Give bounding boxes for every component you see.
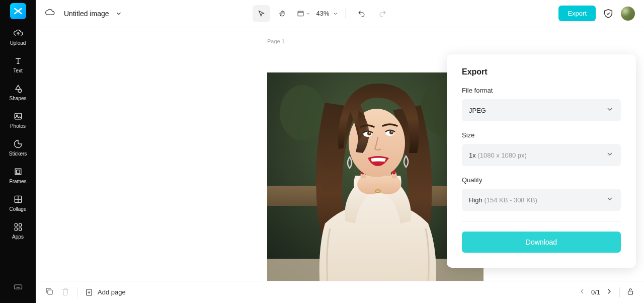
export-button[interactable]: Export [558,6,596,21]
photos-icon [13,111,23,121]
canvas-area[interactable]: Page 1 [36,27,644,281]
shield-icon[interactable] [603,8,614,19]
sidebar-item-shapes[interactable]: Shapes [0,79,36,106]
prev-page-button[interactable] [578,287,586,297]
svg-rect-9 [19,228,21,231]
add-page-label: Add page [98,288,126,296]
svg-rect-37 [628,291,633,294]
sidebar-item-apps[interactable]: Apps [0,217,36,245]
size-value: 1x (1080 x 1080 px) [469,152,527,159]
upload-icon [13,28,23,38]
sidebar-item-upload[interactable]: Upload [0,23,36,51]
svg-rect-6 [15,223,17,226]
add-page-icon [85,288,94,297]
user-avatar[interactable] [621,7,635,21]
file-format-label: File format [462,87,621,94]
svg-rect-4 [16,170,20,174]
svg-rect-10 [14,285,22,289]
next-page-button[interactable] [605,287,613,297]
sidebar-item-stickers[interactable]: Stickers [0,134,36,162]
svg-rect-7 [19,223,21,226]
file-format-value: JPEG [469,107,486,114]
sidebar-item-label: Shapes [10,96,27,101]
sidebar-item-label: Stickers [9,151,27,157]
app-logo[interactable] [10,3,26,19]
chevron-down-icon [606,105,614,115]
apps-icon [13,222,23,232]
file-format-select[interactable]: JPEG [462,99,621,121]
sidebar-item-text[interactable]: Text [0,51,36,79]
select-tool[interactable] [253,5,270,22]
text-icon [13,56,23,66]
chevron-down-icon [333,11,339,17]
page-label: Page 1 [267,38,285,44]
svg-rect-11 [298,11,303,16]
sidebar-item-frames[interactable]: Frames [0,162,36,189]
hand-tool[interactable] [274,5,291,22]
svg-point-20 [375,174,401,194]
chevron-down-icon [606,150,614,160]
sidebar: Upload Text Shapes Photos Stickers Frame… [0,0,36,303]
quality-select[interactable]: High (154 KB - 308 KB) [462,189,621,211]
svg-point-33 [391,131,393,133]
delete-page-icon[interactable] [61,287,70,298]
zoom-value: 43% [316,10,329,17]
bottom-bar: Add page 0/1 [36,281,644,303]
main-area: Untitled image 43% Export Page 1 [36,0,644,303]
svg-rect-1 [15,113,21,119]
quality-label: Quality [462,176,621,184]
frames-icon [13,167,23,177]
quality-value: High (154 KB - 308 KB) [469,196,537,204]
document-title[interactable]: Untitled image [64,10,122,18]
page-navigation: 0/1 [578,287,613,297]
svg-point-30 [369,132,371,134]
svg-point-13 [280,85,325,140]
redo-button[interactable] [374,5,391,22]
chevron-down-icon [115,10,122,17]
svg-rect-3 [15,169,21,175]
svg-rect-35 [48,290,52,294]
sidebar-item-collage[interactable]: Collage [0,189,36,217]
svg-rect-8 [15,228,17,231]
document-title-text: Untitled image [64,10,109,18]
sidebar-item-label: Frames [10,179,27,184]
sidebar-item-label: Text [13,68,22,73]
sidebar-item-label: Apps [12,234,24,240]
size-select[interactable]: 1x (1080 x 1080 px) [462,144,621,166]
cloud-sync-icon[interactable] [45,8,55,20]
export-panel: Export File format JPEG Size 1x (1080 x … [447,54,636,268]
duplicate-page-icon[interactable] [45,287,54,298]
shapes-icon [13,84,23,94]
keyboard-shortcuts-icon[interactable] [13,282,23,294]
zoom-control[interactable]: 43% [316,10,338,17]
sidebar-item-label: Photos [10,123,26,129]
page-indicator: 0/1 [591,288,600,296]
sidebar-item-photos[interactable]: Photos [0,106,36,134]
sidebar-item-label: Collage [10,206,27,212]
add-page-button[interactable]: Add page [85,288,126,297]
download-button[interactable]: Download [462,232,621,253]
top-bar: Untitled image 43% Export [36,0,644,27]
undo-button[interactable] [353,5,370,22]
sidebar-item-label: Upload [10,40,26,46]
export-panel-title: Export [462,67,621,77]
stickers-icon [13,139,23,149]
layout-tool[interactable] [295,5,312,22]
lock-icon[interactable] [626,287,635,298]
chevron-down-icon [606,195,614,205]
collage-icon [13,194,23,204]
size-label: Size [462,131,621,139]
